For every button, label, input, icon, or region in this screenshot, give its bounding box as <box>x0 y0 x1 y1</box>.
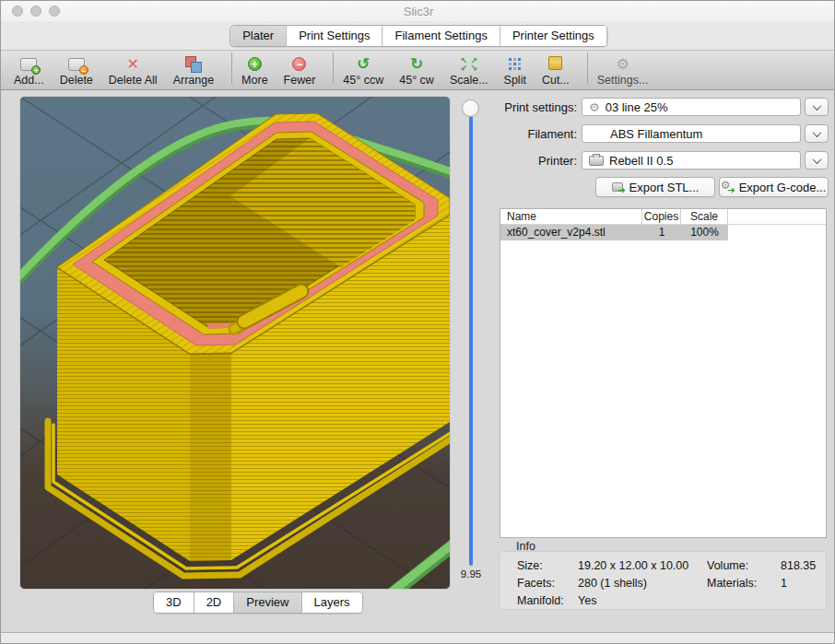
facets-value: 280 (1 shells) <box>578 577 647 590</box>
box-plus-icon: + <box>20 54 37 74</box>
minus-circle-icon: − <box>292 54 306 74</box>
slic3r-window: Slic3r Plater Print Settings Filament Se… <box>0 0 835 644</box>
add-button[interactable]: + Add... <box>14 54 44 87</box>
gear-icon: ⚙ <box>616 54 629 74</box>
table-row[interactable]: xt60_cover_v2p4.stl 1 100% <box>500 225 826 240</box>
more-button[interactable]: + More <box>241 54 267 87</box>
split-button[interactable]: Split <box>504 54 526 87</box>
title-bar: Slic3r <box>1 1 835 22</box>
scale-button[interactable]: ↖↗↙↘ Scale... <box>450 54 488 87</box>
delete-all-button[interactable]: ✕ Delete All <box>109 54 158 87</box>
delete-button[interactable]: − Delete <box>60 54 93 87</box>
layer-slider-track[interactable] <box>469 116 473 566</box>
layer-slider: 9.95 <box>450 96 499 588</box>
printer-label: Printer: <box>498 154 577 168</box>
cell-copies: 1 <box>642 225 681 240</box>
printer-combo[interactable]: Rebell II 0.5 <box>582 151 801 170</box>
rotate-cw-button[interactable]: ↻ 45° cw <box>399 54 434 87</box>
model-table: Name Copies Scale xt60_cover_v2p4.stl 1 … <box>500 208 827 538</box>
fewer-button[interactable]: − Fewer <box>284 54 316 87</box>
column-header-copies[interactable]: Copies <box>642 209 681 224</box>
manifold-label: Manifold: <box>517 594 564 607</box>
rotate-cw-icon: ↻ <box>410 54 423 74</box>
arrange-button[interactable]: Arrange <box>173 54 214 87</box>
filament-value: ABS Fillamentum <box>610 127 702 141</box>
chevron-down-icon <box>812 128 821 137</box>
printer-value: Rebell II 0.5 <box>609 154 673 168</box>
tab-preview[interactable]: Preview <box>233 592 300 613</box>
print-settings-value: 03 line 25% <box>606 100 668 114</box>
volume-label: Volume: <box>707 559 748 572</box>
viewport-3d[interactable] <box>19 96 451 590</box>
toolbar-separator <box>231 53 232 84</box>
viewer-mode-tabs: 3D 2D Preview Layers <box>153 591 363 614</box>
volume-value: 818.35 <box>781 559 816 572</box>
cut-box-icon <box>548 54 562 74</box>
chevron-down-icon <box>812 155 821 164</box>
tab-filament-settings[interactable]: Filament Settings <box>382 26 499 46</box>
split-dots-icon <box>513 54 516 74</box>
layer-slider-value: 9.95 <box>450 568 492 580</box>
main-tabs: Plater Print Settings Filament Settings … <box>229 25 607 47</box>
tab-layers[interactable]: Layers <box>301 592 362 613</box>
tab-print-settings[interactable]: Print Settings <box>286 26 382 46</box>
export-stl-button[interactable]: ➜ Export STL... <box>595 177 715 197</box>
export-gcode-button[interactable]: ⚙➜ Export G-code... <box>719 177 829 197</box>
filament-combo[interactable]: ABS Fillamentum <box>582 124 801 143</box>
print-settings-dropdown-button[interactable] <box>805 98 829 116</box>
size-label: Size: <box>517 559 543 572</box>
cell-scale: 100% <box>681 225 728 240</box>
filament-label: Filament: <box>498 127 577 141</box>
cubes-icon <box>184 54 202 74</box>
column-header-name[interactable]: Name <box>500 209 642 224</box>
tab-printer-settings[interactable]: Printer Settings <box>500 26 606 46</box>
chevron-down-icon <box>812 101 821 111</box>
window-title: Slic3r <box>1 5 835 18</box>
print-settings-combo[interactable]: ⚙ 03 line 25% <box>582 98 801 116</box>
tab-2d[interactable]: 2D <box>194 592 234 613</box>
settings-button[interactable]: ⚙ Settings... <box>597 54 649 87</box>
gear-icon: ⚙ <box>589 101 600 113</box>
size-value: 19.20 x 12.00 x 10.00 <box>578 559 688 572</box>
printer-icon <box>589 156 604 166</box>
export-stl-icon: ➜ <box>612 182 624 193</box>
cell-name: xt60_cover_v2p4.stl <box>500 225 642 240</box>
red-x-icon: ✕ <box>127 54 139 74</box>
info-pane: Size: 19.20 x 12.00 x 10.00 Volume: 818.… <box>499 551 827 610</box>
materials-value: 1 <box>781 577 787 590</box>
tab-plater[interactable]: Plater <box>230 26 286 46</box>
filament-dropdown-button[interactable] <box>805 124 829 143</box>
rotate-ccw-button[interactable]: ↺ 45° ccw <box>343 54 383 87</box>
tab-strip: Plater Print Settings Filament Settings … <box>1 21 835 50</box>
model-table-header: Name Copies Scale <box>500 209 826 225</box>
export-gcode-icon: ⚙➜ <box>722 182 734 193</box>
column-header-scale[interactable]: Scale <box>681 209 728 224</box>
box-minus-icon: − <box>68 54 85 74</box>
rotate-ccw-icon: ↺ <box>357 54 370 74</box>
toolbar: + Add... − Delete ✕ Delete All Arrange +… <box>1 50 835 90</box>
materials-label: Materials: <box>707 577 757 590</box>
window-bottom-strip <box>1 633 835 644</box>
layer-slider-knob[interactable] <box>462 100 479 117</box>
scale-arrows-icon: ↖↗↙↘ <box>461 54 477 74</box>
print-preview-render <box>20 97 450 589</box>
print-settings-label: Print settings: <box>498 100 577 114</box>
cut-button[interactable]: Cut... <box>542 54 570 87</box>
printer-dropdown-button[interactable] <box>805 151 829 170</box>
plus-circle-icon: + <box>248 54 262 74</box>
tab-3d[interactable]: 3D <box>154 592 194 613</box>
toolbar-separator <box>333 53 334 84</box>
toolbar-separator <box>587 53 588 84</box>
manifold-value: Yes <box>578 594 596 607</box>
facets-label: Facets: <box>517 577 555 590</box>
